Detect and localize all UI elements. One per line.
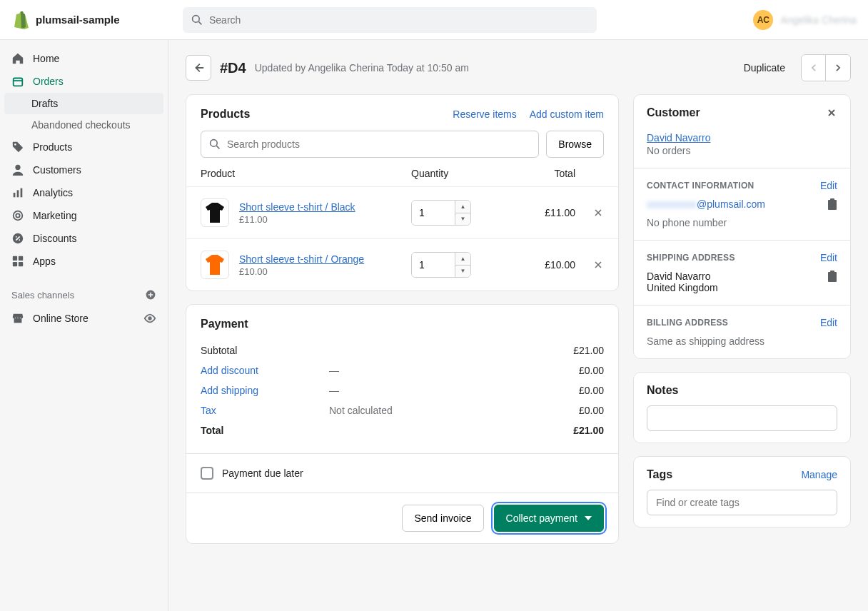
search-wrap (183, 7, 597, 33)
add-shipping-link[interactable]: Add shipping (201, 385, 329, 396)
sidebar: Home Orders Drafts Abandoned checkouts P… (0, 40, 168, 611)
nav-drafts[interactable]: Drafts (4, 93, 163, 114)
manage-tags-link[interactable]: Manage (801, 469, 837, 480)
remove-line-button[interactable] (575, 207, 604, 218)
browse-button[interactable]: Browse (546, 131, 604, 158)
tax-link[interactable]: Tax (201, 405, 329, 416)
collect-payment-button[interactable]: Collect payment (494, 505, 604, 532)
edit-billing-button[interactable]: Edit (820, 317, 837, 328)
qty-down-icon[interactable]: ▼ (455, 266, 470, 278)
nav-online-store[interactable]: Online Store (0, 307, 168, 330)
checkbox[interactable] (201, 467, 213, 480)
nav-label: Orders (33, 76, 64, 87)
tax-value: £0.00 (533, 405, 604, 416)
customer-order-count: No orders (647, 145, 837, 156)
svg-point-8 (14, 211, 23, 221)
product-name-link[interactable]: Short sleeve t-shirt / Black (239, 201, 411, 213)
svg-rect-6 (17, 190, 19, 197)
edit-shipping-button[interactable]: Edit (820, 252, 837, 263)
nav-label: Customers (33, 164, 81, 176)
search-icon (191, 14, 203, 26)
send-invoice-button[interactable]: Send invoice (402, 505, 483, 532)
shipping-value: £0.00 (533, 385, 604, 396)
target-icon (11, 209, 24, 222)
global-search-input[interactable] (183, 7, 597, 33)
svg-rect-14 (19, 256, 23, 261)
clipboard-icon[interactable] (827, 198, 837, 210)
qty-up-icon[interactable]: ▲ (455, 201, 470, 213)
line-total: £11.00 (511, 207, 575, 218)
due-later-label: Payment due later (222, 468, 303, 479)
quantity-input[interactable] (412, 253, 455, 277)
brand[interactable]: plumsail-sample (11, 11, 171, 29)
arrow-left-icon (192, 61, 205, 74)
view-icon[interactable] (143, 312, 156, 325)
shipping-heading: SHIPPING ADDRESS (647, 253, 735, 263)
updated-text: Updated by Angelika Cherina Today at 10:… (255, 62, 469, 74)
prev-button[interactable] (802, 55, 826, 81)
page-header: #D4 Updated by Angelika Cherina Today at… (186, 54, 851, 81)
home-icon (11, 52, 24, 65)
remove-customer-icon[interactable] (826, 107, 837, 118)
svg-point-11 (16, 236, 17, 238)
product-thumbnail (201, 251, 229, 279)
nav-label: Analytics (33, 187, 73, 198)
customer-name-link[interactable]: David Navarro (647, 132, 710, 143)
product-price: £10.00 (239, 266, 411, 277)
nav-home[interactable]: Home (0, 47, 168, 70)
discount-icon (11, 232, 24, 245)
next-button[interactable] (826, 55, 850, 81)
product-search-input[interactable] (201, 131, 539, 158)
add-discount-link[interactable]: Add discount (201, 365, 329, 376)
tag-icon (11, 141, 24, 153)
svg-rect-7 (21, 188, 23, 198)
nav-sub-label: Abandoned checkouts (31, 119, 131, 131)
duplicate-button[interactable]: Duplicate (737, 62, 792, 74)
clipboard-icon[interactable] (827, 271, 837, 282)
add-channel-icon[interactable] (145, 289, 156, 301)
shopify-logo-icon (11, 11, 29, 29)
contact-heading: CONTACT INFORMATION (647, 181, 755, 191)
svg-point-3 (14, 143, 16, 146)
store-icon (11, 312, 24, 325)
product-name-link[interactable]: Short sleeve t-shirt / Orange (239, 253, 411, 265)
nav-orders[interactable]: Orders (0, 70, 168, 93)
notes-input[interactable] (647, 405, 837, 431)
reserve-items-link[interactable]: Reserve items (453, 108, 516, 120)
products-card: Products Reserve items Add custom item B… (186, 94, 619, 291)
account-menu[interactable]: AC Angelika Cherina (753, 10, 857, 30)
add-custom-item-link[interactable]: Add custom item (530, 108, 604, 120)
nav-discounts[interactable]: Discounts (0, 227, 168, 250)
nav-abandoned-checkouts[interactable]: Abandoned checkouts (0, 114, 168, 136)
nav-products[interactable]: Products (0, 136, 168, 158)
back-button[interactable] (186, 55, 211, 81)
tags-input[interactable] (647, 490, 837, 515)
qty-up-icon[interactable]: ▲ (455, 253, 470, 266)
th-product: Product (201, 168, 411, 179)
payment-due-later-row[interactable]: Payment due later (186, 454, 618, 493)
svg-point-9 (16, 213, 19, 217)
edit-contact-button[interactable]: Edit (820, 180, 837, 191)
quantity-stepper[interactable]: ▲▼ (411, 252, 471, 278)
tags-card: Tags Manage (633, 456, 851, 527)
qty-down-icon[interactable]: ▼ (455, 213, 470, 226)
shipping-mid: — (329, 385, 533, 396)
nav-label: Home (33, 53, 59, 64)
tax-mid: Not calculated (329, 405, 533, 416)
products-title: Products (201, 108, 250, 121)
nav-analytics[interactable]: Analytics (0, 181, 168, 204)
svg-rect-5 (14, 193, 16, 197)
quantity-stepper[interactable]: ▲▼ (411, 200, 471, 226)
search-icon (209, 138, 221, 150)
nav-marketing[interactable]: Marketing (0, 204, 168, 227)
draft-id: #D4 (220, 60, 246, 76)
svg-rect-23 (830, 198, 834, 201)
section-label: Sales channels (11, 290, 74, 301)
nav-customers[interactable]: Customers (0, 158, 168, 181)
quantity-input[interactable] (412, 201, 455, 225)
payment-title: Payment (201, 318, 604, 330)
remove-line-button[interactable] (575, 259, 604, 271)
collect-label: Collect payment (506, 512, 577, 524)
nav-apps[interactable]: Apps (0, 250, 168, 273)
svg-rect-13 (13, 256, 17, 261)
